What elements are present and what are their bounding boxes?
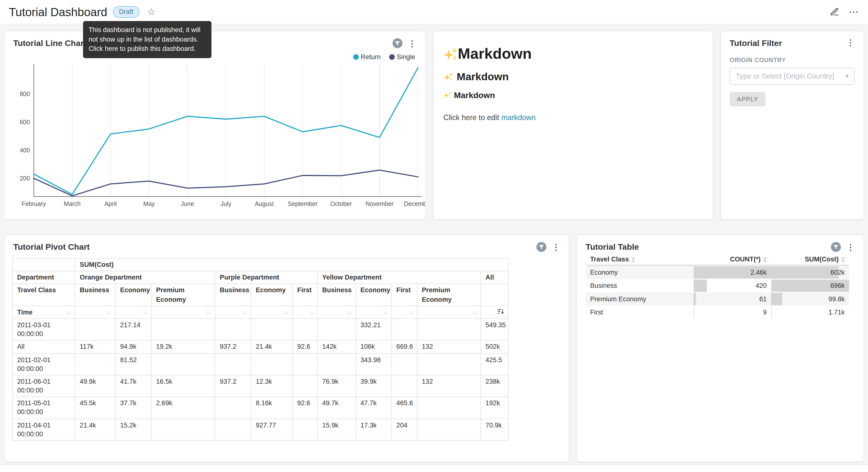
pivot-row-label: 2011-02-01 00:00:00 bbox=[12, 353, 75, 375]
sort-carets-icon[interactable] bbox=[841, 257, 845, 262]
filter-circle-icon[interactable] bbox=[831, 242, 841, 252]
pivot-value-cell: 92.6 bbox=[293, 397, 318, 419]
pivot-value-cell: 502k bbox=[481, 341, 508, 353]
line-chart-canvas[interactable]: 200400600800FebruaryMarchAprilMayJuneJul… bbox=[4, 59, 425, 216]
kebab-menu-icon[interactable]: ⋮ bbox=[408, 39, 416, 48]
sort-icon[interactable]: ↑↓ bbox=[347, 309, 351, 316]
column-header[interactable]: SUM(Cost) bbox=[771, 254, 849, 265]
draft-badge[interactable]: Draft bbox=[113, 6, 140, 18]
value-bar bbox=[694, 279, 707, 292]
pivot-value-cell: 94.9k bbox=[115, 341, 151, 353]
apply-button[interactable]: APPLY bbox=[730, 92, 765, 107]
svg-text:800: 800 bbox=[20, 90, 30, 97]
markdown-heading-3: Markdown bbox=[443, 90, 703, 99]
pivot-value-cell: 92.6 bbox=[293, 341, 318, 353]
pivot-value-cell: 132 bbox=[417, 341, 481, 353]
sort-carets-icon[interactable] bbox=[631, 257, 635, 262]
pivot-value-cell bbox=[75, 353, 115, 375]
sort-icon[interactable]: ↑↓ bbox=[409, 309, 412, 316]
travel-class-cell: Business bbox=[586, 279, 693, 292]
value-label: 696k bbox=[830, 282, 845, 290]
pivot-corner-cell bbox=[12, 258, 75, 271]
sort-icon[interactable]: ↑↓ bbox=[472, 309, 476, 316]
svg-text:August: August bbox=[255, 200, 274, 207]
pivot-value-cell: 45.5k bbox=[75, 397, 115, 419]
pivot-value-cell: 15.9k bbox=[317, 419, 355, 440]
chart-title: Tutorial Pivot Chart bbox=[13, 242, 90, 251]
markdown-edit-link[interactable]: markdown bbox=[501, 114, 536, 122]
pivot-row-label: 2011-06-01 00:00:00 bbox=[12, 375, 75, 397]
pivot-value-cell bbox=[392, 375, 417, 397]
pivot-value-cell: 465.6 bbox=[392, 397, 417, 419]
sort-icon[interactable]: ↑↓ bbox=[243, 309, 246, 316]
value-label: 420 bbox=[755, 282, 767, 290]
caret-down-icon: ▾ bbox=[845, 72, 849, 80]
kebab-menu-icon[interactable]: ⋮ bbox=[552, 243, 560, 251]
pivot-value-cell bbox=[392, 319, 417, 341]
column-header[interactable]: COUNT(*) bbox=[694, 254, 771, 265]
pivot-row: 2011-02-01 00:00:0081.52343.98425.5 bbox=[12, 353, 508, 375]
filter-circle-icon[interactable] bbox=[536, 242, 547, 252]
card-header: Tutorial Pivot Chart ⋮ bbox=[4, 235, 569, 252]
sort-icon[interactable]: ↑↓ bbox=[206, 309, 210, 316]
sum-cell: 602k bbox=[771, 265, 849, 279]
kebab-menu-icon[interactable]: ⋮ bbox=[846, 38, 855, 47]
sort-icon[interactable]: ↑↓ bbox=[309, 309, 313, 316]
pivot-row: 2011-06-01 00:00:0049.9k41.7k16.5k937.21… bbox=[12, 375, 508, 397]
svg-text:200: 200 bbox=[20, 175, 30, 182]
pivot-sort-cell: ↑↓ bbox=[151, 306, 215, 318]
column-header[interactable]: Travel Class bbox=[586, 254, 693, 265]
sort-carets-icon[interactable] bbox=[763, 257, 767, 262]
heading-text: Markdown bbox=[454, 90, 495, 99]
pivot-group-header: All bbox=[481, 271, 508, 284]
sort-desc-active-icon[interactable] bbox=[498, 308, 504, 316]
table-row: Economy2.46k602k bbox=[586, 265, 849, 279]
pivot-value-cell: 76.9k bbox=[317, 375, 355, 397]
travel-class-cell: First bbox=[586, 306, 693, 319]
pivot-value-cell: 21.4k bbox=[75, 419, 115, 440]
pivot-value-cell bbox=[417, 319, 481, 341]
select-placeholder: Type or Select [Origin Country] bbox=[736, 72, 834, 80]
pivot-col-dimension-label: Department bbox=[12, 271, 75, 284]
pivot-class-header: Economy bbox=[115, 284, 151, 306]
pivot-group-header: Orange Department bbox=[75, 271, 215, 284]
travel-class-cell: Premium Economy bbox=[586, 292, 693, 305]
svg-text:September: September bbox=[288, 200, 318, 207]
sort-icon[interactable]: ↑↓ bbox=[107, 309, 111, 316]
pivot-value-cell: 142k bbox=[317, 341, 355, 353]
pivot-value-cell: 39.9k bbox=[356, 375, 392, 397]
favorite-star-icon[interactable]: ☆ bbox=[147, 7, 156, 17]
pivot-value-cell bbox=[215, 397, 251, 419]
pivot-row: 2011-04-01 00:00:0021.4k15.2k927.7715.9k… bbox=[12, 419, 508, 440]
pivot-class-header: First bbox=[293, 284, 318, 306]
sort-icon[interactable]: ↑↓ bbox=[143, 309, 147, 316]
pivot-value-cell: 106k bbox=[356, 341, 392, 353]
sort-icon[interactable]: ↑↓ bbox=[284, 309, 288, 316]
filter-circle-icon[interactable] bbox=[393, 38, 402, 48]
origin-country-select[interactable]: Type or Select [Origin Country] ▾ bbox=[730, 67, 855, 85]
sort-icon[interactable]: ↑↓ bbox=[383, 309, 387, 316]
pivot-value-cell: 8.16k bbox=[251, 397, 293, 419]
count-cell: 2.46k bbox=[694, 265, 771, 279]
pivot-value-cell bbox=[293, 353, 318, 375]
publish-tooltip[interactable]: This dashboard is not published, it will… bbox=[83, 21, 212, 58]
pivot-value-cell bbox=[293, 319, 318, 341]
column-label: COUNT(*) bbox=[730, 255, 761, 263]
pivot-sort-cell: ↑↓ bbox=[293, 306, 318, 318]
markdown-edit-hint: Click here to editmarkdown bbox=[443, 114, 703, 122]
pivot-class-header: Premium Economy bbox=[151, 284, 215, 306]
count-cell: 9 bbox=[694, 306, 771, 319]
pivot-class-header: First bbox=[392, 284, 417, 306]
pivot-class-header bbox=[481, 284, 508, 306]
pivot-value-cell bbox=[417, 397, 481, 419]
filter-title: Tutorial Filter bbox=[730, 38, 782, 48]
pivot-value-cell bbox=[151, 419, 215, 440]
kebab-menu-icon[interactable]: ⋮ bbox=[846, 243, 855, 251]
pivot-value-cell bbox=[293, 419, 318, 440]
sort-icon[interactable]: ↑↓ bbox=[66, 309, 70, 316]
pivot-value-cell: 47.7k bbox=[356, 397, 392, 419]
more-menu-icon[interactable]: ··· bbox=[849, 7, 859, 17]
edit-pencil-icon[interactable] bbox=[830, 7, 839, 17]
svg-text:May: May bbox=[143, 200, 155, 207]
pivot-class-header: Economy bbox=[251, 284, 293, 306]
